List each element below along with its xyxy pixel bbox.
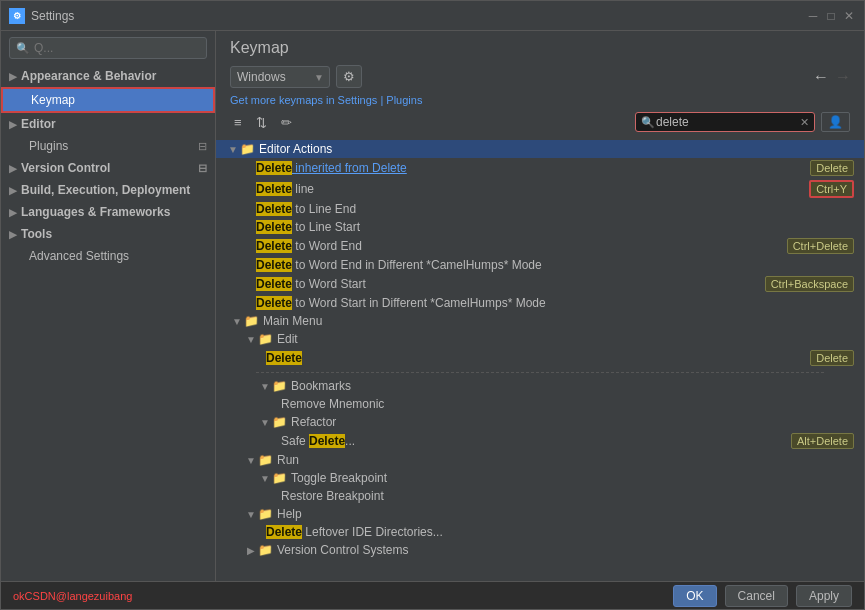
search-icon: 🔍 [641,116,655,129]
highlight-match: Delete [256,161,292,175]
folder-icon: 📁 [240,142,255,156]
highlight-match: Delete [256,220,292,234]
tree-item-vcs[interactable]: ▶ 📁 Version Control Systems [216,541,864,559]
sidebar-item-languages[interactable]: ▶ Languages & Frameworks [1,201,215,223]
clear-search-icon[interactable]: ✕ [800,116,809,129]
sidebar-item-version-control[interactable]: ▶ Version Control ⊟ [1,157,215,179]
tree-container[interactable]: ▼ 📁 Editor Actions Delete inherited from… [216,136,864,581]
tree-item-edit-folder[interactable]: ▼ 📁 Edit [216,330,864,348]
highlight-match: Delete [256,239,292,253]
tree-item-delete-word-end-camel[interactable]: Delete to Word End in Different *CamelHu… [216,256,864,274]
sidebar: 🔍 ▶ Appearance & Behavior Keymap ▶ Edito… [1,31,216,581]
sidebar-item-tools[interactable]: ▶ Tools [1,223,215,245]
expand-arrow-icon: ▼ [226,144,240,155]
tree-item-editor-actions[interactable]: ▼ 📁 Editor Actions [216,140,864,158]
tree-item-delete-line[interactable]: Delete line Ctrl+Y [216,178,864,200]
find-shortcut-button[interactable]: 👤 [821,112,850,132]
expand-arrow-icon: ▼ [258,381,272,392]
panel-title: Keymap [230,39,289,56]
tree-item-restore-breakpoint[interactable]: Restore Breakpoint [216,487,864,505]
tree-item-remove-mnemonic[interactable]: Remove Mnemonic [216,395,864,413]
tree-item-help[interactable]: ▼ 📁 Help [216,505,864,523]
expand-arrow-icon: ▼ [244,334,258,345]
sidebar-item-keymap[interactable]: Keymap [1,87,215,113]
sidebar-item-label: Languages & Frameworks [21,205,170,219]
cancel-button[interactable]: Cancel [725,585,788,607]
chevron-icon: ▶ [9,163,17,174]
tree-item-edit-delete[interactable]: Delete Delete [216,348,864,368]
get-more-keymaps-link[interactable]: Get more keymaps in Settings | Plugins [230,94,422,106]
tree-item-label: Delete Leftover IDE Directories... [266,525,854,539]
tree-item-label: Delete to Line Start [256,220,854,234]
keymap-toolbar: Windows macOS Linux ▼ ⚙ ← → [216,61,864,92]
sidebar-item-label: Advanced Settings [29,249,129,263]
folder-icon: 📁 [244,314,259,328]
tree-item-label: Bookmarks [291,379,854,393]
tree-item-label: Help [277,507,854,521]
keymap-preset-select[interactable]: Windows macOS Linux [230,66,330,88]
tree-item-toggle-breakpoint[interactable]: ▼ 📁 Toggle Breakpoint [216,469,864,487]
tree-item-label: Delete inherited from Delete [256,161,810,175]
forward-button[interactable]: → [836,70,850,84]
folder-icon: 📁 [272,379,287,393]
tree-item-delete-line-start[interactable]: Delete to Line Start [216,218,864,236]
keymap-gear-button[interactable]: ⚙ [336,65,362,88]
close-button[interactable]: ✕ [842,9,856,23]
tree-item-label: Delete to Word Start [256,277,765,291]
separator-row [216,368,864,377]
tree-item-run[interactable]: ▼ 📁 Run [216,451,864,469]
sidebar-item-editor[interactable]: ▶ Editor [1,113,215,135]
highlight-match: Delete [256,182,292,196]
tree-item-delete-leftover[interactable]: Delete Leftover IDE Directories... [216,523,864,541]
delete-highlight: Delete [266,525,302,539]
sidebar-item-label: Editor [21,117,56,131]
ok-button[interactable]: OK [673,585,716,607]
panel-header: Keymap [216,31,864,61]
watermark-text: okCSDN@langezuibang [13,590,132,602]
delete-highlight: Delete [309,434,345,448]
tree-item-label: Delete to Word Start in Different *Camel… [256,296,854,310]
tree-item-delete-word-end[interactable]: Delete to Word End Ctrl+Delete [216,236,864,256]
edit-button[interactable]: ✏ [277,113,296,132]
folder-icon: 📁 [258,507,273,521]
tree-item-label: Delete [266,351,810,365]
sort-button[interactable]: ⇅ [252,113,271,132]
apply-button[interactable]: Apply [796,585,852,607]
minimize-button[interactable]: ─ [806,9,820,23]
tree-item-bookmarks[interactable]: ▼ 📁 Bookmarks [216,377,864,395]
back-button[interactable]: ← [814,70,828,84]
app-icon: ⚙ [9,8,25,24]
search-icon: 🔍 [16,42,30,55]
tree-item-delete-inherited[interactable]: Delete inherited from Delete Delete [216,158,864,178]
tree-item-delete-word-start[interactable]: Delete to Word Start Ctrl+Backspace [216,274,864,294]
sidebar-item-advanced[interactable]: Advanced Settings [1,245,215,267]
sidebar-item-label: Appearance & Behavior [21,69,156,83]
expand-arrow-icon: ▼ [230,316,244,327]
tree-item-label: Delete to Word End in Different *CamelHu… [256,258,854,272]
maximize-button[interactable]: □ [824,9,838,23]
sidebar-item-appearance[interactable]: ▶ Appearance & Behavior [1,65,215,87]
folder-icon: 📁 [272,415,287,429]
tree-item-delete-word-start-camel[interactable]: Delete to Word Start in Different *Camel… [216,294,864,312]
svg-text:⚙: ⚙ [13,11,21,21]
sidebar-item-build[interactable]: ▶ Build, Execution, Deployment [1,179,215,201]
bottom-bar: okCSDN@langezuibang OK Cancel Apply [1,581,864,609]
settings-window: ⚙ Settings ─ □ ✕ 🔍 ▶ Appearance & Behavi… [0,0,865,610]
tree-item-main-menu[interactable]: ▼ 📁 Main Menu [216,312,864,330]
tree-item-safe-delete[interactable]: Safe Delete... Alt+Delete [216,431,864,451]
titlebar: ⚙ Settings ─ □ ✕ [1,1,864,31]
sidebar-item-plugins[interactable]: Plugins ⊟ [1,135,215,157]
expand-all-button[interactable]: ≡ [230,113,246,132]
sidebar-search-box[interactable]: 🔍 [9,37,207,59]
tree-item-refactor[interactable]: ▼ 📁 Refactor [216,413,864,431]
sidebar-search-input[interactable] [34,41,200,55]
tree-item-label: Version Control Systems [277,543,854,557]
tree-item-label: Editor Actions [259,142,854,156]
highlight-match: Delete [256,277,292,291]
tree-item-delete-line-end[interactable]: Delete to Line End [216,200,864,218]
keymap-search-input[interactable] [635,112,815,132]
folder-icon: 📁 [258,543,273,557]
highlight-match: Delete [256,258,292,272]
tree-item-label: Delete to Line End [256,202,854,216]
shortcut-badge: Alt+Delete [791,433,854,449]
